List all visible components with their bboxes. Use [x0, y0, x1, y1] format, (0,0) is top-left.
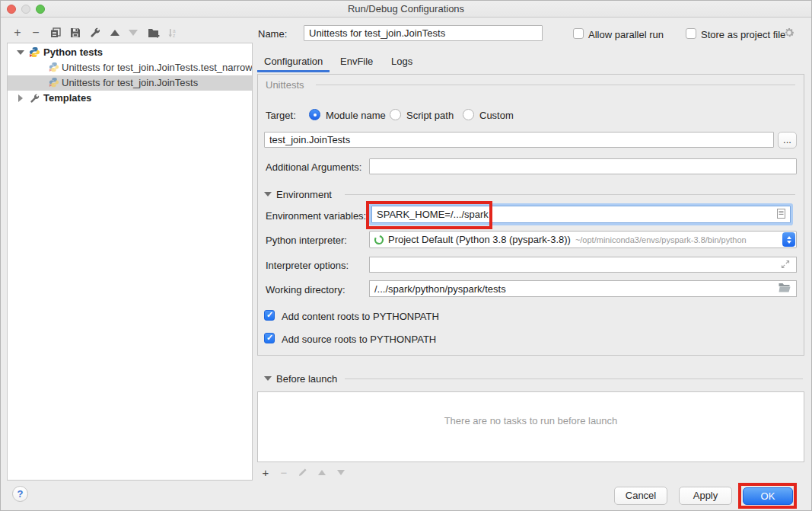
annotation-ok-button-highlight — [738, 483, 797, 509]
add-source-roots-label[interactable]: Add source roots to PYTHONPATH — [282, 334, 436, 345]
apply-button[interactable]: Apply — [679, 487, 732, 505]
before-launch-empty-message: There are no tasks to run before launch — [258, 415, 804, 426]
before-launch-section-title[interactable]: Before launch — [276, 373, 337, 385]
move-up-button[interactable] — [107, 26, 123, 40]
run-debug-configurations-dialog: Run/Debug Configurations + − az Python t… — [0, 0, 812, 511]
browse-target-button[interactable]: ... — [778, 132, 797, 149]
edit-templates-button[interactable] — [88, 26, 103, 40]
window-title: Run/Debug Configurations — [1, 3, 811, 14]
cancel-button[interactable]: Cancel — [614, 487, 667, 505]
sort-az-icon: az — [167, 27, 178, 38]
tree-group-templates[interactable]: Templates — [8, 91, 252, 106]
allow-parallel-run-checkbox[interactable] — [573, 28, 584, 39]
environment-section-collapse-icon[interactable] — [264, 192, 272, 196]
before-launch-task-list: There are no tasks to run before launch — [257, 391, 804, 462]
working-directory-label: Working directory: — [266, 284, 345, 295]
tree-item-jointests-selected[interactable]: Unittests for test_join.JoinTests — [8, 75, 252, 91]
section-divider — [316, 85, 795, 85]
titlebar: Run/Debug Configurations — [1, 1, 811, 18]
section-divider — [345, 194, 795, 195]
save-configuration-button[interactable] — [68, 26, 83, 40]
target-script-path-label[interactable]: Script path — [406, 110, 454, 121]
target-label: Target: — [266, 110, 296, 121]
new-folder-icon — [148, 27, 160, 38]
add-configuration-button[interactable]: + — [10, 26, 25, 40]
move-task-down-button — [334, 466, 348, 478]
before-launch-collapse-icon[interactable] — [264, 376, 272, 381]
tab-logs[interactable]: Logs — [391, 56, 412, 67]
annotation-env-variables-highlight — [366, 201, 492, 229]
python-test-icon — [49, 77, 59, 90]
tree-group-label[interactable]: Python tests — [43, 46, 103, 58]
interpreter-options-label: Interpreter options: — [266, 260, 349, 271]
unittests-section-title: Unittests — [266, 79, 304, 91]
target-module-input[interactable] — [264, 132, 774, 148]
move-down-button[interactable] — [126, 26, 141, 40]
name-label: Name: — [258, 28, 287, 40]
python-interpreter-label: Python interpreter: — [266, 235, 347, 246]
additional-arguments-label: Additional Arguments: — [266, 161, 361, 173]
python-test-icon — [49, 62, 59, 75]
remove-configuration-button[interactable]: − — [28, 26, 43, 40]
add-task-button[interactable]: + — [259, 466, 272, 478]
active-tab-indicator — [257, 70, 330, 72]
store-settings-gear-icon[interactable] — [783, 27, 795, 42]
save-icon — [70, 27, 81, 38]
target-custom-label[interactable]: Custom — [479, 110, 514, 121]
additional-arguments-input[interactable] — [369, 158, 797, 174]
tree-group-python-tests[interactable]: Python tests — [8, 45, 252, 60]
edit-task-button — [296, 466, 310, 478]
add-source-roots-checkbox[interactable] — [264, 333, 275, 343]
tab-configuration[interactable]: Configuration — [264, 56, 323, 67]
python-interpreter-select[interactable]: Project Default (Python 3.8 (pyspark-3.8… — [369, 231, 797, 248]
store-as-project-file-checkbox[interactable] — [686, 28, 696, 39]
target-script-path-radio[interactable] — [390, 109, 401, 120]
environment-section-title[interactable]: Environment — [276, 189, 332, 200]
select-stepper-icon[interactable] — [782, 232, 795, 247]
configurations-tree: Python tests Unittests for test_join.Joi… — [7, 43, 253, 481]
tree-templates-label[interactable]: Templates — [43, 92, 91, 104]
browse-folder-icon[interactable] — [779, 282, 791, 295]
expand-field-icon[interactable] — [781, 258, 790, 272]
tab-envfile[interactable]: EnvFile — [340, 56, 373, 67]
svg-text:z: z — [173, 33, 175, 38]
working-directory-input[interactable]: /.../spark/python/pyspark/tests — [369, 280, 797, 297]
working-directory-value: /.../spark/python/pyspark/tests — [374, 283, 506, 295]
python-interpreter-path: ~/opt/miniconda3/envs/pyspark-3.8/bin/py… — [575, 235, 747, 244]
help-button[interactable]: ? — [12, 486, 28, 502]
wrench-icon — [90, 27, 100, 38]
target-module-name-label[interactable]: Module name — [326, 110, 386, 121]
copy-configuration-button[interactable] — [48, 26, 63, 40]
add-content-roots-label[interactable]: Add content roots to PYTHONPATH — [282, 311, 439, 322]
conda-env-icon — [374, 235, 384, 245]
new-folder-button[interactable] — [146, 26, 161, 40]
move-up-icon — [110, 30, 119, 36]
chevron-expanded-icon[interactable] — [17, 50, 24, 55]
store-as-project-file-label[interactable]: Store as project file — [701, 29, 785, 40]
move-down-icon — [129, 30, 138, 36]
chevron-collapsed-icon[interactable] — [18, 94, 23, 102]
env-vars-list-icon[interactable] — [777, 208, 785, 222]
sort-configurations-button: az — [165, 26, 180, 40]
tree-item-label[interactable]: Unittests for test_join.JoinTests.test_n… — [62, 62, 252, 73]
target-custom-radio[interactable] — [463, 109, 474, 120]
python-tests-icon — [29, 46, 40, 60]
remove-task-button: − — [277, 466, 291, 478]
add-content-roots-checkbox[interactable] — [264, 310, 275, 321]
tree-item-label[interactable]: Unittests for test_join.JoinTests — [62, 77, 198, 88]
templates-wrench-icon — [30, 94, 40, 106]
copy-icon — [50, 27, 61, 38]
allow-parallel-run-label[interactable]: Allow parallel run — [588, 29, 664, 40]
environment-variables-label: Environment variables: — [266, 210, 366, 222]
python-interpreter-value: Project Default (Python 3.8 (pyspark-3.8… — [388, 234, 571, 245]
tree-item-test-narrow[interactable]: Unittests for test_join.JoinTests.test_n… — [8, 60, 252, 75]
target-module-name-radio[interactable] — [309, 109, 320, 120]
interpreter-options-input[interactable] — [369, 257, 797, 273]
pencil-icon — [298, 468, 307, 477]
move-task-up-button — [315, 466, 329, 478]
name-input[interactable] — [304, 25, 543, 41]
section-divider — [345, 378, 803, 379]
